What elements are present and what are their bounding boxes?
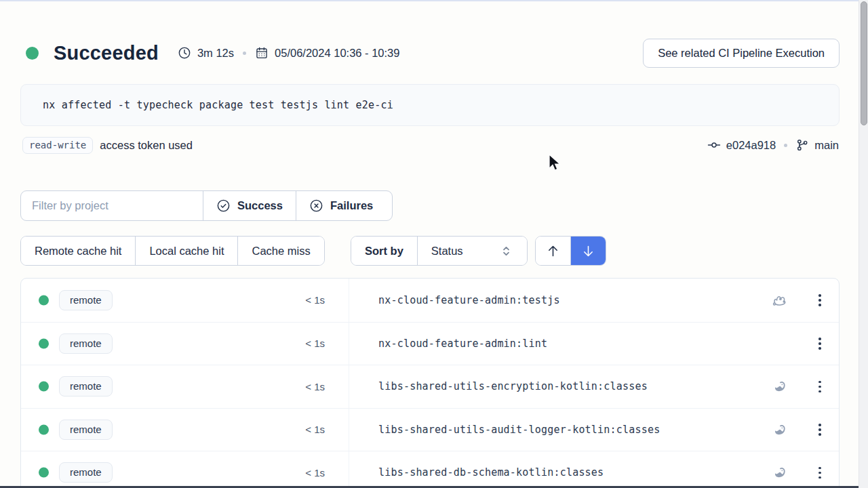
task-duration: < 1s — [275, 467, 325, 479]
cache-source-badge: remote — [59, 376, 113, 396]
run-status-dot — [26, 47, 39, 60]
task-name[interactable]: libs-shared-utils-encryption-kotlin:clas… — [378, 380, 648, 392]
mouse-cursor — [545, 153, 563, 174]
access-token-row: read-write access token used — [22, 135, 193, 155]
git-separator-dot — [784, 144, 787, 147]
check-circle-icon — [216, 199, 231, 213]
task-duration: < 1s — [275, 424, 325, 435]
task-duration: < 1s — [275, 338, 325, 349]
sort-ascending-button[interactable] — [536, 237, 570, 265]
task-name[interactable]: libs-shared-utils-audit-logger-kotlin:cl… — [378, 424, 660, 436]
meta-separator-dot — [243, 52, 246, 55]
task-name[interactable]: nx-cloud-feature-admin:lint — [378, 338, 547, 350]
task-name[interactable]: nx-cloud-feature-admin:testjs — [378, 294, 560, 306]
column-divider — [349, 409, 349, 451]
task-menu-kebab-icon[interactable] — [810, 420, 830, 440]
commit-sha[interactable]: e024a918 — [726, 139, 776, 152]
cache-source-badge: remote — [59, 290, 113, 310]
arrow-up-icon — [546, 244, 560, 258]
local-cache-hit-button[interactable]: Local cache hit — [135, 237, 237, 265]
task-menu-kebab-icon[interactable] — [810, 333, 830, 354]
task-list: remote< 1snx-cloud-feature-admin:testjsr… — [20, 278, 840, 488]
task-menu-kebab-icon[interactable] — [810, 376, 830, 396]
task-status-dot — [39, 338, 49, 348]
task-menu-kebab-icon[interactable] — [810, 462, 830, 483]
task-name[interactable]: libs-shared-db-schema-kotlin:classes — [378, 466, 604, 479]
chevron-updown-icon — [499, 244, 513, 258]
remote-cache-hit-button[interactable]: Remote cache hit — [21, 237, 135, 265]
sort-group: Sort by Status — [351, 236, 528, 266]
filter-failures-label: Failures — [330, 199, 373, 212]
sort-selected-value: Status — [431, 245, 463, 258]
filter-success-label: Success — [237, 199, 283, 212]
task-row[interactable]: remote< 1snx-cloud-feature-admin:lint — [21, 322, 839, 365]
commit-icon — [707, 138, 721, 152]
filter-success-button[interactable]: Success — [203, 191, 296, 220]
column-divider — [349, 365, 349, 408]
filter-failures-button[interactable]: Failures — [296, 191, 386, 220]
run-duration-text: 3m 12s — [197, 47, 234, 60]
sort-select[interactable]: Status — [417, 237, 527, 265]
branch-icon — [795, 138, 809, 152]
x-circle-icon — [309, 199, 323, 213]
run-header: Succeeded 3m 12s 05/06/2024 10:36 - 10:3… — [20, 37, 840, 68]
column-divider — [349, 323, 349, 365]
sort-descending-button[interactable] — [570, 237, 606, 265]
task-menu-kebab-icon[interactable] — [810, 290, 830, 310]
task-status-dot — [39, 424, 49, 434]
cache-source-badge: remote — [59, 462, 113, 483]
task-status-dot — [39, 468, 49, 478]
calendar-icon — [255, 46, 269, 60]
clock-icon — [178, 46, 191, 60]
sort-by-label: Sort by — [351, 237, 417, 265]
gradle-icon — [771, 378, 787, 394]
scrollbar-thumb[interactable] — [861, 1, 867, 125]
task-row[interactable]: remote< 1snx-cloud-feature-admin:testjs — [21, 279, 839, 322]
cache-filter-group: Remote cache hit Local cache hit Cache m… — [20, 236, 325, 266]
arrow-down-icon — [581, 244, 595, 258]
git-info: e024a918 main — [707, 135, 839, 155]
command-block: nx affected -t typecheck package test te… — [20, 84, 840, 126]
filter-bar: Success Failures — [20, 190, 393, 221]
column-divider — [349, 279, 349, 322]
nx-command-text: nx affected -t typecheck package test te… — [43, 99, 393, 111]
cache-miss-button[interactable]: Cache miss — [237, 237, 323, 265]
task-row[interactable]: remote< 1slibs-shared-db-schema-kotlin:c… — [21, 451, 839, 488]
jest-icon — [771, 292, 787, 308]
task-duration: < 1s — [275, 381, 325, 392]
task-status-dot — [39, 382, 49, 392]
gradle-icon — [771, 422, 787, 438]
cache-source-badge: remote — [59, 420, 113, 440]
page-title: Succeeded — [54, 42, 159, 64]
task-row[interactable]: remote< 1slibs-shared-utils-encryption-k… — [21, 365, 839, 408]
task-status-dot — [39, 295, 49, 305]
run-duration: 3m 12s 05/06/2024 10:36 - 10:39 — [178, 46, 400, 60]
filter-by-project-input[interactable] — [21, 191, 203, 220]
task-row[interactable]: remote< 1slibs-shared-utils-audit-logger… — [21, 408, 839, 451]
token-text: access token used — [100, 139, 193, 152]
cache-source-badge: remote — [59, 333, 113, 354]
task-duration: < 1s — [275, 294, 325, 306]
toolbar: Remote cache hit Local cache hit Cache m… — [20, 236, 840, 266]
gradle-icon — [771, 464, 787, 481]
sort-direction-group — [535, 236, 606, 266]
token-scope-badge: read-write — [22, 137, 93, 154]
run-date-range: 05/06/2024 10:36 - 10:39 — [275, 47, 399, 60]
column-divider — [349, 451, 349, 488]
branch-name[interactable]: main — [814, 139, 839, 152]
scrollbar-track[interactable] — [859, 0, 868, 488]
top-divider — [0, 0, 859, 1]
related-ci-pipeline-button[interactable]: See related CI Pipeline Execution — [643, 39, 840, 68]
